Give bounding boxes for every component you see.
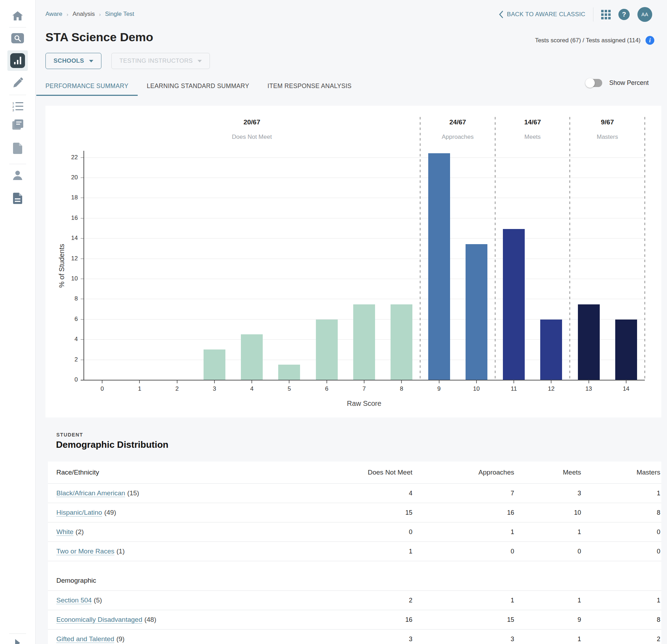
sidebar-item-numbered-list[interactable]: 1 2 3 bbox=[0, 101, 35, 112]
info-icon[interactable]: i bbox=[646, 36, 654, 45]
bar-score-11[interactable] bbox=[503, 229, 525, 380]
x-tick-5 bbox=[289, 380, 289, 383]
sidebar-item-pages[interactable] bbox=[0, 119, 35, 130]
active-item-highlight bbox=[7, 50, 28, 71]
sidebar-item-analyze[interactable] bbox=[0, 50, 35, 71]
cell-hispanic-latino-masters: 8 bbox=[581, 509, 660, 516]
link-economically-disadvantaged[interactable]: Economically Disadvantaged bbox=[56, 616, 142, 623]
bar-score-7[interactable] bbox=[353, 304, 375, 380]
schools-dropdown-button[interactable]: SCHOOLS bbox=[45, 53, 101, 69]
bar-score-6[interactable] bbox=[316, 320, 338, 380]
x-tick-12 bbox=[551, 380, 551, 383]
x-tick-label-6: 6 bbox=[316, 385, 337, 392]
tests-info: Tests scored (67) / Tests assigned (114)… bbox=[535, 36, 654, 45]
y-axis-line bbox=[83, 151, 84, 380]
sidebar-item-file[interactable] bbox=[0, 142, 35, 154]
apps-grid-icon[interactable] bbox=[601, 10, 611, 19]
sidebar: 1 2 3 bbox=[0, 0, 36, 644]
section-count-masters: 9/67 bbox=[570, 118, 645, 126]
link-gifted-and-talented[interactable]: Gifted and Talented bbox=[56, 635, 114, 643]
y-tick-16 bbox=[81, 218, 83, 218]
link-black-african-american[interactable]: Black/African American bbox=[56, 489, 125, 497]
x-tick-label-4: 4 bbox=[241, 385, 262, 392]
sidebar-item-edit[interactable] bbox=[0, 78, 35, 89]
section-label-masters: Masters bbox=[570, 134, 645, 140]
breadcrumb-aware[interactable]: Aware bbox=[45, 11, 62, 18]
cell-economically-disadvantaged-approaches: 15 bbox=[412, 616, 514, 624]
x-tick-11 bbox=[513, 380, 514, 383]
section-divider-approaches bbox=[495, 117, 495, 380]
sidebar-item-home[interactable] bbox=[0, 11, 35, 21]
link-two-or-more-races[interactable]: Two or More Races bbox=[56, 547, 114, 555]
bar-score-4[interactable] bbox=[241, 334, 263, 380]
x-tick-label-2: 2 bbox=[167, 385, 188, 392]
tab-performance-summary[interactable]: PERFORMANCE SUMMARY bbox=[36, 80, 138, 96]
link-white[interactable]: White bbox=[56, 528, 74, 535]
gridline-10 bbox=[83, 279, 645, 279]
bar-score-5[interactable] bbox=[278, 365, 300, 380]
column-header-meets: Meets bbox=[514, 469, 581, 476]
avatar[interactable]: AA bbox=[637, 7, 652, 22]
testing-instructors-dropdown-button[interactable]: TESTING INSTRUCTORS bbox=[111, 53, 210, 69]
y-tick-label-0: 0 bbox=[60, 376, 78, 383]
breadcrumb-separator: › bbox=[99, 11, 101, 17]
y-tick-label-2: 2 bbox=[60, 356, 78, 363]
x-tick-label-12: 12 bbox=[541, 385, 562, 392]
chevron-left-icon bbox=[499, 11, 503, 18]
x-tick-label-3: 3 bbox=[204, 385, 225, 392]
help-icon[interactable]: ? bbox=[618, 9, 630, 20]
tab-learning-standard-summary[interactable]: LEARNING STANDARD SUMMARY bbox=[138, 80, 258, 96]
x-tick-14 bbox=[626, 380, 627, 383]
x-tick-label-13: 13 bbox=[578, 385, 599, 392]
bar-score-8[interactable] bbox=[391, 304, 412, 380]
bar-score-10[interactable] bbox=[466, 244, 487, 380]
gridline-22 bbox=[83, 157, 645, 158]
bar-chart-icon bbox=[10, 53, 25, 68]
y-tick-label-4: 4 bbox=[60, 336, 78, 343]
cell-gifted-and-talented-does-not-meet: 3 bbox=[308, 636, 412, 643]
y-tick-label-16: 16 bbox=[60, 215, 78, 222]
cell-section-504-meets: 1 bbox=[514, 597, 581, 604]
row-label-cell: Black/African American(15) bbox=[56, 489, 308, 497]
section-divider-masters bbox=[644, 117, 645, 380]
link-section-504[interactable]: Section 504 bbox=[56, 596, 92, 604]
demographic-distribution-title: Demographic Distribution bbox=[56, 439, 168, 450]
section-count-approaches: 24/67 bbox=[420, 118, 495, 126]
sidebar-item-person[interactable] bbox=[0, 170, 35, 181]
bar-score-12[interactable] bbox=[540, 320, 562, 380]
sidebar-item-document[interactable] bbox=[0, 192, 35, 204]
tab-item-response-analysis[interactable]: ITEM RESPONSE ANALYSIS bbox=[258, 80, 361, 96]
bar-score-13[interactable] bbox=[578, 304, 600, 380]
back-to-aware-classic-link[interactable]: BACK TO AWARE CLASSIC bbox=[499, 11, 585, 18]
show-percent-label: Show Percent bbox=[609, 79, 649, 87]
cell-gifted-and-talented-meets: 1 bbox=[514, 636, 581, 643]
search-icon bbox=[11, 33, 24, 43]
cell-section-504-approaches: 1 bbox=[412, 597, 514, 604]
x-tick-label-9: 9 bbox=[429, 385, 450, 392]
y-tick-2 bbox=[81, 360, 83, 360]
bar-score-9[interactable] bbox=[428, 153, 450, 380]
link-hispanic-latino[interactable]: Hispanic/Latino bbox=[56, 509, 102, 516]
sidebar-item-search[interactable] bbox=[0, 33, 35, 43]
count-black-african-american: (15) bbox=[127, 489, 139, 497]
show-percent-toggle[interactable] bbox=[586, 79, 602, 87]
cell-white-approaches: 1 bbox=[412, 528, 514, 536]
bar-score-3[interactable] bbox=[204, 349, 225, 380]
chevron-down-icon bbox=[198, 60, 202, 62]
sidebar-divider bbox=[9, 633, 26, 634]
cell-two-or-more-races-does-not-meet: 1 bbox=[308, 548, 412, 555]
document-lines-icon bbox=[12, 192, 23, 204]
table-row-gifted-and-talented: Gifted and Talented(9)3312 bbox=[48, 629, 661, 644]
count-gifted-and-talented: (9) bbox=[116, 635, 124, 643]
breadcrumb-analysis: Analysis bbox=[73, 11, 95, 18]
cell-section-504-does-not-meet: 2 bbox=[308, 597, 412, 604]
x-tick-label-1: 1 bbox=[129, 385, 150, 392]
sidebar-collapse-button[interactable] bbox=[0, 638, 35, 644]
y-tick-label-10: 10 bbox=[60, 275, 78, 282]
y-tick-label-18: 18 bbox=[60, 194, 78, 201]
gridline-20 bbox=[83, 178, 645, 178]
bar-score-14[interactable] bbox=[615, 320, 637, 380]
y-tick-14 bbox=[81, 238, 83, 239]
sidebar-divider bbox=[9, 27, 26, 27]
breadcrumb-single-test[interactable]: Single Test bbox=[105, 11, 134, 18]
